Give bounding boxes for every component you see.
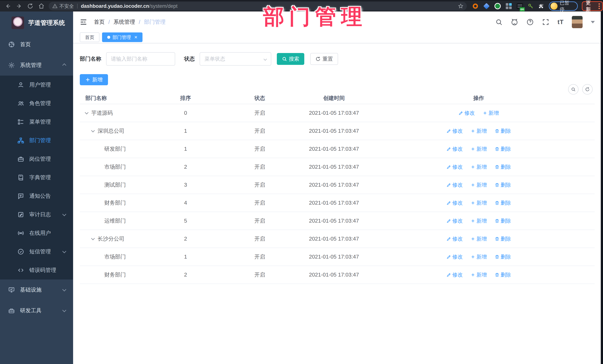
delete-link[interactable]: 删除 — [495, 128, 511, 134]
edit-link[interactable]: 修改 — [446, 128, 463, 134]
forward-icon[interactable] — [16, 3, 22, 9]
search-icon[interactable] — [495, 18, 503, 26]
user-avatar[interactable] — [572, 16, 583, 28]
page-scrollbar[interactable] — [601, 11, 603, 364]
sidebar-item-home[interactable]: 首页 — [0, 34, 73, 55]
extensions-puzzle-icon[interactable] — [538, 3, 544, 9]
sidebar-item-audit-log[interactable]: 审计日志 — [0, 205, 73, 224]
extension-orange-icon[interactable] — [472, 3, 479, 10]
sidebar-item-menus[interactable]: 菜单管理 — [0, 113, 73, 131]
collapse-sidebar-icon[interactable] — [79, 18, 88, 26]
home-icon[interactable] — [38, 3, 45, 9]
add-child-link[interactable]: 新增 — [471, 217, 487, 224]
add-child-link[interactable]: 新增 — [471, 235, 487, 243]
delete-link[interactable]: 删除 — [495, 199, 511, 207]
sidebar-item-posts[interactable]: 岗位管理 — [0, 150, 73, 168]
edit-link[interactable]: 修改 — [446, 181, 463, 188]
delete-link[interactable]: 删除 — [495, 145, 511, 153]
org-tree-icon — [17, 137, 24, 144]
extension-green-icon[interactable] — [494, 3, 501, 10]
sidebar-item-roles[interactable]: 角色管理 — [0, 94, 73, 113]
browser-update-button[interactable]: 更新 — [582, 1, 603, 11]
url-host: dashboard.yudao.iocoder.cn — [81, 3, 149, 9]
select-caret-icon — [264, 57, 267, 61]
delete-link[interactable]: 删除 — [495, 271, 511, 278]
status-value: 开启 — [221, 253, 299, 261]
fullscreen-icon[interactable] — [542, 18, 549, 26]
edit-link[interactable]: 修改 — [446, 235, 463, 243]
main-area: 首页 / 系统管理 / 部门管理 tT 首页 部门管理 × 部门名称 — [73, 11, 603, 364]
extension-list-icon[interactable]: on — [517, 3, 523, 10]
status-select[interactable]: 菜单状态 — [200, 52, 271, 66]
address-bar[interactable]: 不安全 dashboard.yudao.iocoder.cn /system/d… — [49, 2, 467, 10]
sidebar-item-infrastructure[interactable]: 基础设施 — [0, 279, 73, 300]
add-child-link[interactable]: 新增 — [471, 181, 487, 188]
app-title: 芋道管理系统 — [28, 19, 65, 27]
extension-key-icon[interactable] — [528, 3, 533, 9]
sidebar-item-notice[interactable]: 通知公告 — [0, 187, 73, 205]
browser-profile-chip[interactable]: 已暂停 — [549, 1, 578, 11]
back-icon[interactable] — [5, 3, 11, 9]
edit-link[interactable]: 修改 — [446, 164, 463, 170]
breadcrumb-system[interactable]: 系统管理 — [114, 18, 135, 26]
add-child-link[interactable]: 新增 — [471, 164, 487, 170]
add-child-link[interactable]: 新增 — [483, 110, 499, 117]
sidebar-item-departments[interactable]: 部门管理 — [0, 131, 73, 150]
table-row: 研发部门 1 开启 2021-01-05 17:03:47 修改 新增 删除 — [80, 140, 595, 158]
delete-link[interactable]: 删除 — [495, 253, 511, 260]
edit-link[interactable]: 修改 — [446, 145, 463, 153]
collapse-row-icon[interactable] — [85, 111, 89, 114]
github-icon[interactable] — [511, 18, 518, 26]
refresh-table-button[interactable] — [582, 84, 593, 95]
help-icon[interactable] — [526, 18, 534, 26]
close-tab-icon[interactable]: × — [134, 35, 137, 40]
edit-link[interactable]: 修改 — [446, 271, 463, 278]
delete-link[interactable]: 删除 — [495, 235, 511, 243]
kebab-menu-icon[interactable] — [599, 3, 600, 9]
collapse-row-icon[interactable] — [91, 129, 95, 132]
collapse-row-icon[interactable] — [91, 236, 95, 240]
avatar-caret-icon[interactable] — [591, 21, 595, 23]
created-time: 2021-01-05 17:03:47 — [299, 200, 369, 206]
tab-home[interactable]: 首页 — [80, 33, 99, 42]
sidebar-item-system[interactable]: 系统管理 — [0, 55, 73, 76]
add-department-button[interactable]: 新增 — [80, 74, 108, 85]
toggle-search-button[interactable] — [568, 84, 579, 95]
sidebar-item-label: 字典管理 — [29, 174, 51, 181]
add-child-link[interactable]: 新增 — [471, 271, 487, 278]
sidebar-item-online-users[interactable]: 在线用户 — [0, 224, 73, 243]
sidebar-item-dict[interactable]: 字典管理 — [0, 168, 73, 187]
add-child-link[interactable]: 新增 — [471, 253, 487, 260]
dept-name-input[interactable] — [106, 52, 175, 66]
sidebar-item-sms[interactable]: 短信管理 — [0, 243, 73, 261]
edit-pencil-icon — [446, 147, 451, 151]
font-size-icon[interactable]: tT — [557, 19, 564, 26]
bookmark-star-icon[interactable] — [458, 3, 464, 9]
add-child-link[interactable]: 新增 — [471, 145, 487, 153]
breadcrumb-home[interactable]: 首页 — [94, 18, 105, 26]
plus-icon — [471, 219, 475, 223]
sidebar: 芋道管理系统 首页 系统管理 用户管理 角色管理 菜单管理 部门管理 岗位管理 — [0, 11, 73, 364]
add-child-link[interactable]: 新增 — [471, 128, 487, 134]
sidebar-item-users[interactable]: 用户管理 — [0, 76, 73, 94]
delete-link[interactable]: 删除 — [495, 217, 511, 224]
add-child-link[interactable]: 新增 — [471, 199, 487, 207]
reload-icon[interactable] — [27, 3, 33, 9]
search-button[interactable]: 搜索 — [277, 53, 304, 65]
tab-departments[interactable]: 部门管理 × — [102, 33, 142, 42]
extension-grid-icon[interactable] — [505, 3, 512, 10]
extension-gem-icon[interactable] — [483, 3, 490, 10]
plus-icon — [85, 77, 90, 82]
sidebar-item-error-codes[interactable]: 错误码管理 — [0, 261, 73, 279]
edit-link[interactable]: 修改 — [446, 217, 463, 224]
edit-link[interactable]: 修改 — [446, 199, 463, 207]
delete-link[interactable]: 删除 — [495, 164, 511, 170]
sidebar-item-dev-tools[interactable]: 研发工具 — [0, 300, 73, 321]
delete-link[interactable]: 删除 — [495, 181, 511, 188]
column-header-created: 创建时间 — [299, 95, 369, 102]
edit-link[interactable]: 修改 — [458, 110, 475, 117]
created-time: 2021-01-05 17:03:47 — [299, 254, 369, 260]
edit-link[interactable]: 修改 — [446, 253, 463, 260]
reset-button[interactable]: 重置 — [310, 53, 338, 65]
app-logo[interactable]: 芋道管理系统 — [0, 11, 73, 34]
